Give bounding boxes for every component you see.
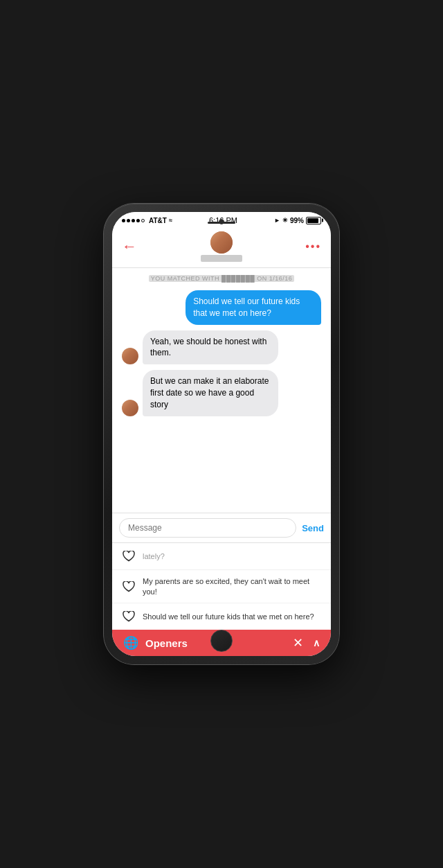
location-icon: ► <box>274 217 280 224</box>
signal-dot-3 <box>132 219 135 222</box>
message-input-area: Send <box>112 513 331 542</box>
suggestion-item-1[interactable]: lately? <box>112 543 331 570</box>
message-input[interactable] <box>119 518 296 538</box>
avatar-image <box>210 231 233 254</box>
chat-area: YOU MATCHED WITH ███████ ON 1/16/16 Shou… <box>112 268 331 513</box>
more-options-button[interactable]: ••• <box>305 240 321 253</box>
signal-dot-4 <box>136 219 140 222</box>
battery-pct: 99% <box>290 217 304 224</box>
globe-icon: 🌐 <box>123 635 138 650</box>
wifi-icon: ≈ <box>169 217 172 224</box>
suggestion-item-3[interactable]: Should we tell our future kids that we m… <box>112 603 331 630</box>
battery-fill <box>307 218 318 223</box>
suggestion-text-3: Should we tell our future kids that we m… <box>143 612 314 621</box>
signal-dot-1 <box>122 219 125 222</box>
home-button[interactable] <box>210 630 233 652</box>
heart-icon-1 <box>122 549 136 563</box>
bottom-bar-left: 🌐 Openers <box>123 635 188 650</box>
suggestion-text-2: My parents are so excited, they can't wa… <box>143 576 321 596</box>
suggestion-item-2[interactable]: My parents are so excited, they can't wa… <box>112 570 331 603</box>
chevron-up-icon[interactable]: ∧ <box>313 637 320 648</box>
status-left: AT&T ≈ <box>122 217 172 224</box>
nav-bar: ← ••• <box>112 227 331 268</box>
signal-dot-5 <box>141 219 145 222</box>
message-bubble-sent-1: Should we tell our future kids that we m… <box>186 290 321 325</box>
signal-dots <box>122 219 145 222</box>
clock: 6:16 PM <box>209 216 237 224</box>
sender-avatar-1 <box>122 348 138 364</box>
heart-icon-3 <box>122 610 136 623</box>
bottom-bar-right: ✕ ∧ <box>293 635 320 650</box>
phone-screen: AT&T ≈ 6:16 PM ► ✳ 99% ← ••• <box>112 212 331 656</box>
profile-name <box>201 255 242 262</box>
nav-profile[interactable] <box>201 231 242 262</box>
battery-bar <box>306 217 321 224</box>
status-right: ► ✳ 99% <box>274 217 321 224</box>
sender-avatar-2 <box>122 400 138 416</box>
suggestion-text-1: lately? <box>143 552 165 560</box>
bluetooth-icon: ✳ <box>282 217 288 224</box>
match-notice: YOU MATCHED WITH ███████ ON 1/16/16 <box>122 275 321 282</box>
close-icon[interactable]: ✕ <box>293 635 303 650</box>
message-row-received-2: But we can make it an elaborate first da… <box>122 370 321 416</box>
message-bubble-received-1: Yeah, we should be honest with them. <box>143 330 278 365</box>
avatar <box>210 231 233 254</box>
carrier-label: AT&T <box>149 217 167 224</box>
openers-label: Openers <box>145 637 188 649</box>
suggestions-area: lately? My parents are so excited, they … <box>112 542 331 630</box>
send-button[interactable]: Send <box>302 523 324 533</box>
message-row-sent-1: Should we tell our future kids that we m… <box>122 290 321 325</box>
status-bar: AT&T ≈ 6:16 PM ► ✳ 99% <box>112 212 331 227</box>
heart-icon-2 <box>122 580 136 594</box>
message-bubble-received-2: But we can make it an elaborate first da… <box>143 370 278 416</box>
phone-frame: AT&T ≈ 6:16 PM ► ✳ 99% ← ••• <box>104 204 339 664</box>
back-button[interactable]: ← <box>122 239 137 254</box>
signal-dot-2 <box>127 219 130 222</box>
message-row-received-1: Yeah, we should be honest with them. <box>122 330 321 365</box>
